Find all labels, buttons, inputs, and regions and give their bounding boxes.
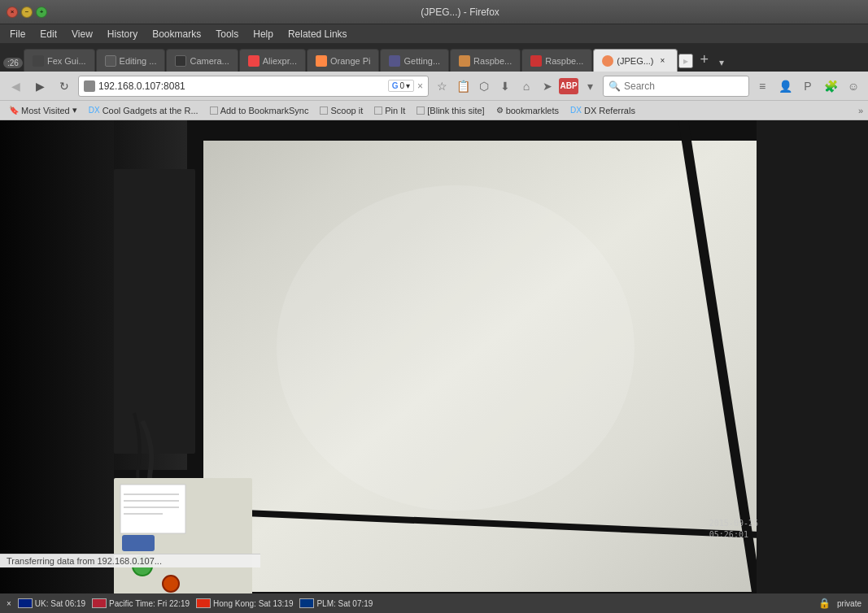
- sys-close[interactable]: ×: [7, 599, 11, 608]
- menu-button[interactable]: ≡: [752, 76, 772, 96]
- uk-flag: [18, 598, 33, 608]
- plm-flag: [299, 598, 314, 608]
- nav-icons: ☆ 📋 ⬡ ⬇ ⌂ ➤ ABP ▾: [432, 76, 600, 96]
- smiley-button[interactable]: ☺: [844, 76, 863, 96]
- transfer-status: Transferring data from 192.168.0.107...: [0, 554, 260, 567]
- forward-button[interactable]: ▶: [29, 76, 50, 97]
- content-area: 2015-09-26 05:26:01 2015-09-26 05:26:01: [0, 120, 868, 610]
- bm-scoopit[interactable]: Scoop it: [316, 105, 367, 116]
- url-clear-button[interactable]: ×: [417, 80, 423, 92]
- navbar: ◀ ▶ ↻ 192.168.0.107:8081 G 0 ▾ × ☆ 📋 ⬡ ⬇…: [0, 72, 868, 101]
- tabbar: :26 Fex Gui... Editing ... Camera... Ali…: [0, 44, 868, 72]
- titlebar: × − + (JPEG...) - Firefox: [0, 0, 868, 24]
- menu-related-links[interactable]: Related Links: [281, 27, 354, 41]
- adblock-button[interactable]: ABP: [559, 78, 578, 94]
- close-button[interactable]: ×: [7, 7, 18, 18]
- bm-bookmarklets[interactable]: ⚙ bookmarklets: [492, 105, 563, 116]
- bm-pinit-checkbox: [374, 107, 382, 115]
- window-title: (JPEG...) - Firefox: [59, 7, 861, 18]
- adblock-label: ABP: [560, 81, 577, 90]
- reader-button[interactable]: 📋: [453, 76, 473, 96]
- tab-favicon-orange: [316, 55, 327, 67]
- bm-blink-label: [Blink this site]: [427, 106, 484, 115]
- minimize-button[interactable]: −: [21, 7, 33, 18]
- tab-fex-gui[interactable]: Fex Gui...: [24, 49, 95, 72]
- tab-raspi2[interactable]: Raspbe...: [521, 49, 592, 72]
- bm-addbookmark-checkbox: [210, 107, 218, 115]
- search-input[interactable]: [624, 80, 738, 92]
- timestamp-date: 2015-09-26: [709, 518, 758, 529]
- tab-favicon-raspi1: [459, 55, 470, 67]
- bm-most-visited-label: Most Visited: [21, 106, 70, 115]
- tab-aliexpr[interactable]: Aliexpr...: [239, 49, 306, 72]
- share-button[interactable]: ➤: [538, 76, 557, 96]
- bm-dx-referrals-prefix: DX: [570, 106, 582, 115]
- menu-history[interactable]: History: [101, 27, 144, 41]
- hk-time: Hong Kong: Sat 13:19: [196, 598, 293, 608]
- menu-help[interactable]: Help: [246, 27, 280, 41]
- tab-orange-pi[interactable]: Orange Pi: [307, 49, 380, 72]
- svg-rect-4: [187, 120, 757, 141]
- search-icon: 🔍: [608, 80, 621, 92]
- google-g: G: [392, 81, 399, 90]
- tab-dropdown-button[interactable]: ▾: [716, 57, 727, 68]
- addons-button[interactable]: 🧩: [821, 76, 840, 96]
- menubar: File Edit View History Bookmarks Tools H…: [0, 24, 868, 44]
- avatar-button[interactable]: 👤: [775, 76, 795, 96]
- tab-label-raspi1: Raspbe...: [473, 56, 512, 66]
- menu-view[interactable]: View: [65, 27, 99, 41]
- tab-favicon-ali: [248, 55, 260, 67]
- back-button[interactable]: ◀: [5, 76, 26, 97]
- menu-bookmarks[interactable]: Bookmarks: [146, 27, 207, 41]
- bm-blink-checkbox: [417, 107, 425, 115]
- tab-label-raspi2: Raspbe...: [545, 56, 583, 66]
- bm-addbookmark-label: Add to BookmarkSync: [220, 106, 309, 115]
- reload-button[interactable]: ↻: [54, 76, 75, 97]
- tab-getting[interactable]: Getting...: [380, 49, 449, 72]
- window-controls: × − +: [7, 7, 47, 18]
- pocket-button[interactable]: ⬡: [474, 76, 494, 96]
- google-count: 0: [399, 81, 404, 90]
- maximize-button[interactable]: +: [36, 7, 47, 18]
- bm-bookmarklets-icon: ⚙: [496, 106, 504, 115]
- bm-cool-gadgets-label: Cool Gadgets at the R...: [103, 106, 198, 115]
- bookmark-star-button[interactable]: ☆: [432, 76, 451, 96]
- bm-blink[interactable]: [Blink this site]: [412, 105, 488, 116]
- uk-time: UK: Sat 06:19: [18, 598, 85, 608]
- tab-camera[interactable]: Camera...: [166, 49, 238, 72]
- tab-label-getting: Getting...: [403, 56, 440, 66]
- svg-rect-11: [120, 485, 185, 533]
- bm-cool-gadgets[interactable]: DX Cool Gadgets at the R...: [85, 105, 203, 116]
- url-bar[interactable]: 192.168.0.107:8081 G 0 ▾ ×: [78, 76, 429, 97]
- tab-favicon-raspi2: [530, 55, 542, 67]
- tab-close-jpeg[interactable]: ×: [657, 55, 669, 67]
- tab-raspi1[interactable]: Raspbe...: [450, 49, 521, 72]
- bm-dx-referrals[interactable]: DX DX Referrals: [566, 105, 639, 116]
- bm-addbookmark[interactable]: Add to BookmarkSync: [206, 105, 313, 116]
- menu-edit[interactable]: Edit: [33, 27, 63, 41]
- home-button[interactable]: ⌂: [517, 76, 536, 96]
- download-button[interactable]: ⬇: [495, 76, 515, 96]
- tab-label-camera: Camera...: [190, 56, 229, 66]
- bm-most-visited[interactable]: 🔖 Most Visited ▾: [5, 104, 81, 116]
- bm-bookmarklets-label: bookmarklets: [506, 106, 559, 115]
- tab-label-orange: Orange Pi: [330, 56, 371, 66]
- google-dropdown[interactable]: ▾: [406, 81, 410, 90]
- most-visited-arrow: ▾: [72, 105, 77, 115]
- menu-file[interactable]: File: [3, 27, 32, 41]
- svg-rect-1: [0, 120, 114, 610]
- tab-more-button[interactable]: ▸: [678, 54, 693, 68]
- tab-jpeg[interactable]: (JPEG...) ×: [593, 49, 677, 72]
- menu-tools[interactable]: Tools: [209, 27, 245, 41]
- pinterest-button[interactable]: P: [798, 76, 818, 96]
- adblock-dropdown[interactable]: ▾: [580, 76, 600, 96]
- lock-icon[interactable]: 🔒: [818, 598, 831, 609]
- search-bar[interactable]: 🔍: [603, 76, 749, 97]
- us-time: Pacific Time: Fri 22:19: [92, 598, 190, 608]
- bm-pinit[interactable]: Pin It: [370, 105, 409, 116]
- svg-point-17: [163, 576, 179, 592]
- tab-editing[interactable]: Editing ...: [96, 49, 166, 72]
- tab-new-button[interactable]: +: [694, 51, 716, 68]
- google-badge[interactable]: G 0 ▾: [388, 80, 414, 92]
- bookmarks-more-button[interactable]: »: [858, 106, 863, 115]
